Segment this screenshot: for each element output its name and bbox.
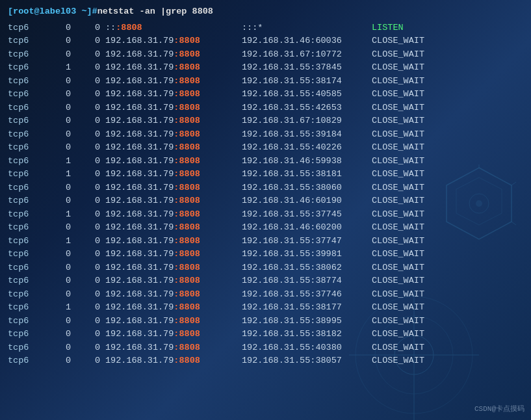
send-col: 0	[76, 181, 105, 195]
local-addr-col: 192.168.31.79:8808	[105, 274, 242, 288]
recv-col: 0	[47, 114, 76, 128]
foreign-addr-col: 192.168.31.55:42653	[242, 101, 372, 115]
foreign-addr-col: 192.168.31.55:38177	[242, 301, 372, 315]
proto-col: tcp6	[8, 75, 47, 88]
table-row: tcp6 0 0 192.168.31.79:8808 192.168.31.5…	[8, 128, 523, 142]
recv-col: 1	[47, 168, 76, 181]
foreign-addr-col: 192.168.31.55:38174	[242, 75, 372, 88]
state-col: CLOSE_WAIT	[372, 288, 450, 302]
local-addr-col: 192.168.31.79:8808	[105, 248, 242, 261]
local-addr-col: 192.168.31.79:8808	[105, 61, 242, 75]
command-text: netstat -an |grep 8808	[97, 5, 213, 19]
local-addr-col: 192.168.31.79:8808	[105, 48, 242, 62]
local-addr-col: :::8808	[105, 21, 242, 35]
send-col: 0	[76, 341, 105, 355]
recv-col: 0	[47, 141, 76, 155]
send-col: 0	[76, 128, 105, 142]
table-row: tcp6 1 0 192.168.31.79:8808 192.168.31.5…	[8, 235, 523, 248]
foreign-addr-col: 192.168.31.67:10829	[242, 114, 372, 128]
state-col: CLOSE_WAIT	[372, 181, 450, 195]
send-col: 0	[76, 288, 105, 302]
proto-col: tcp6	[8, 221, 47, 235]
table-row: tcp6 0 0 192.168.31.79:8808 192.168.31.5…	[8, 141, 523, 155]
foreign-addr-col: 192.168.31.46:59938	[242, 155, 372, 168]
table-row: tcp6 1 0 192.168.31.79:8808 192.168.31.4…	[8, 155, 523, 168]
foreign-addr-col: 192.168.31.55:40585	[242, 88, 372, 101]
state-col: CLOSE_WAIT	[372, 48, 450, 62]
foreign-addr-col: 192.168.31.55:37746	[242, 288, 372, 302]
proto-col: tcp6	[8, 208, 47, 222]
table-row: tcp6 0 0 192.168.31.79:8808 192.168.31.4…	[8, 221, 523, 235]
table-row: tcp6 0 0 192.168.31.79:8808 192.168.31.6…	[8, 48, 523, 62]
foreign-addr-col: 192.168.31.55:38057	[242, 354, 372, 368]
state-col: CLOSE_WAIT	[372, 101, 450, 115]
recv-col: 0	[47, 75, 76, 88]
send-col: 0	[76, 274, 105, 288]
recv-col: 1	[47, 61, 76, 75]
state-col: CLOSE_WAIT	[372, 354, 450, 368]
state-col: CLOSE_WAIT	[372, 88, 450, 101]
table-row: tcp6 0 0 192.168.31.79:8808 192.168.31.6…	[8, 114, 523, 128]
table-row: tcp6 0 0 192.168.31.79:8808 192.168.31.5…	[8, 354, 523, 368]
state-col: CLOSE_WAIT	[372, 34, 450, 48]
table-row: tcp6 0 0 192.168.31.79:8808 192.168.31.5…	[8, 181, 523, 195]
recv-col: 0	[47, 354, 76, 368]
local-addr-col: 192.168.31.79:8808	[105, 221, 242, 235]
command-line: [root@label03 ~]# netstat -an |grep 8808	[8, 5, 523, 19]
local-addr-col: 192.168.31.79:8808	[105, 88, 242, 101]
recv-col: 0	[47, 221, 76, 235]
local-addr-col: 192.168.31.79:8808	[105, 315, 242, 328]
state-col: CLOSE_WAIT	[372, 261, 450, 275]
table-row: tcp6 0 0 192.168.31.79:8808 192.168.31.5…	[8, 328, 523, 341]
state-col: CLOSE_WAIT	[372, 221, 450, 235]
recv-col: 0	[47, 341, 76, 355]
send-col: 0	[76, 208, 105, 222]
local-addr-col: 192.168.31.79:8808	[105, 354, 242, 368]
table-row: tcp6 0 0 192.168.31.79:8808 192.168.31.5…	[8, 341, 523, 355]
local-addr-col: 192.168.31.79:8808	[105, 114, 242, 128]
foreign-addr-col: 192.168.31.55:39981	[242, 248, 372, 261]
local-addr-col: 192.168.31.79:8808	[105, 328, 242, 341]
state-col: CLOSE_WAIT	[372, 315, 450, 328]
local-addr-col: 192.168.31.79:8808	[105, 208, 242, 222]
foreign-addr-col: 192.168.31.67:10772	[242, 48, 372, 62]
local-addr-col: 192.168.31.79:8808	[105, 301, 242, 315]
table-row: tcp6 0 0 192.168.31.79:8808 192.168.31.5…	[8, 101, 523, 115]
table-row: tcp6 0 0 192.168.31.79:8808 192.168.31.5…	[8, 288, 523, 302]
foreign-addr-col: 192.168.31.55:40226	[242, 141, 372, 155]
send-col: 0	[76, 61, 105, 75]
recv-col: 0	[47, 101, 76, 115]
local-addr-col: 192.168.31.79:8808	[105, 75, 242, 88]
send-col: 0	[76, 48, 105, 62]
send-col: 0	[76, 248, 105, 261]
state-col: CLOSE_WAIT	[372, 61, 450, 75]
table-row: tcp6 0 0 192.168.31.79:8808 192.168.31.4…	[8, 194, 523, 208]
state-col: CLOSE_WAIT	[372, 235, 450, 248]
foreign-addr-col: 192.168.31.55:37747	[242, 235, 372, 248]
recv-col: 0	[47, 328, 76, 341]
state-col: CLOSE_WAIT	[372, 328, 450, 341]
local-addr-col: 192.168.31.79:8808	[105, 194, 242, 208]
foreign-addr-col: :::*	[242, 21, 372, 35]
local-addr-col: 192.168.31.79:8808	[105, 341, 242, 355]
state-col: CLOSE_WAIT	[372, 141, 450, 155]
foreign-addr-col: 192.168.31.55:38181	[242, 168, 372, 181]
foreign-addr-col: 192.168.31.55:38060	[242, 181, 372, 195]
state-col: CLOSE_WAIT	[372, 248, 450, 261]
state-col: CLOSE_WAIT	[372, 301, 450, 315]
foreign-addr-col: 192.168.31.46:60036	[242, 34, 372, 48]
table-row: tcp6 1 0 192.168.31.79:8808 192.168.31.5…	[8, 168, 523, 181]
foreign-addr-col: 192.168.31.55:38182	[242, 328, 372, 341]
recv-col: 0	[47, 48, 76, 62]
recv-col: 0	[47, 34, 76, 48]
send-col: 0	[76, 235, 105, 248]
state-col: CLOSE_WAIT	[372, 75, 450, 88]
proto-col: tcp6	[8, 181, 47, 195]
recv-col: 0	[47, 315, 76, 328]
send-col: 0	[76, 261, 105, 275]
foreign-addr-col: 192.168.31.46:60190	[242, 194, 372, 208]
recv-col: 1	[47, 208, 76, 222]
recv-col: 0	[47, 21, 76, 35]
proto-col: tcp6	[8, 341, 47, 355]
recv-col: 0	[47, 248, 76, 261]
